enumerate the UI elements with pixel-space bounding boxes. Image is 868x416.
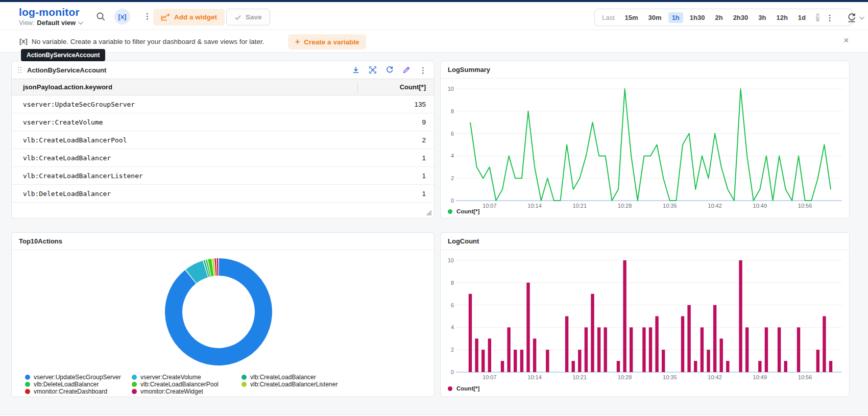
refresh-icon — [847, 13, 856, 22]
legend-item[interactable]: vmonitor:CreateDashboard — [25, 388, 107, 395]
svg-text:10:14: 10:14 — [527, 203, 542, 209]
table-row: vlb:DeleteLoadBalancer1 — [12, 185, 434, 203]
header-kebab-icon[interactable]: ⋮ — [143, 12, 151, 20]
chart-plus-icon — [161, 13, 170, 21]
series-legend[interactable]: Count[*] — [448, 385, 479, 391]
help-icon[interactable]: ? — [816, 13, 819, 22]
legend-dot-icon — [132, 375, 137, 380]
svg-text:2: 2 — [451, 175, 454, 181]
create-variable-label: Create a variable — [304, 38, 359, 46]
table-body: vserver:UpdateSecGroupServer135vserver:C… — [12, 95, 434, 203]
svg-text:8: 8 — [451, 108, 454, 114]
donut-slice[interactable] — [216, 258, 218, 276]
time-range-option-3h[interactable]: 3h — [755, 12, 769, 23]
svg-text:10:21: 10:21 — [573, 374, 587, 380]
svg-text:10:35: 10:35 — [663, 374, 677, 380]
widget-header: ActionByServiceAccount ⋮ — [12, 61, 434, 79]
widget-kebab-icon[interactable]: ⋮ — [419, 66, 427, 74]
legend-label: vlb:CreateLoadBalancerPool — [140, 381, 219, 388]
svg-text:10:28: 10:28 — [618, 374, 632, 380]
legend-dot-icon — [242, 375, 247, 380]
svg-text:10:49: 10:49 — [753, 203, 767, 209]
save-button[interactable]: Save — [226, 9, 270, 26]
add-widget-label: Add a widget — [174, 13, 217, 21]
edit-pencil-icon[interactable] — [402, 66, 411, 74]
legend-label: vlb:CreateLoadBalancer — [250, 374, 316, 381]
legend-dot-icon — [25, 382, 30, 387]
cell-count: 2 — [358, 136, 434, 144]
cell-count: 9 — [358, 118, 434, 126]
search-icon[interactable] — [96, 12, 106, 23]
view-label: View: — [19, 19, 34, 27]
create-variable-button[interactable]: + Create a variable — [288, 34, 366, 50]
widget-toolbar: ⋮ — [352, 66, 427, 74]
resize-corner-handle[interactable] — [426, 210, 431, 215]
time-range-option-30m[interactable]: 30m — [645, 12, 665, 23]
legend-item[interactable]: vlb:CreateLoadBalancer — [242, 374, 316, 381]
title-block: log-monitor View: Default view — [19, 6, 82, 27]
legend-item[interactable]: vmonitor:CreateWidget — [132, 388, 203, 395]
legend-item[interactable]: vserver:UpdateSecGroupServer — [25, 374, 121, 381]
save-label: Save — [246, 13, 262, 21]
svg-text:10:07: 10:07 — [483, 203, 497, 209]
legend-dot-icon — [25, 375, 30, 380]
close-icon[interactable]: × — [843, 35, 849, 46]
time-range-option-12h[interactable]: 12h — [773, 12, 791, 23]
time-range-option-1h30[interactable]: 1h30 — [686, 12, 709, 23]
cell-count: 1 — [358, 172, 434, 180]
svg-text:10:35: 10:35 — [663, 203, 677, 209]
legend-dot-icon — [132, 389, 137, 394]
widget-tooltip: ActionByServiceAccount — [21, 49, 105, 61]
time-range-option-1h[interactable]: 1h — [668, 12, 683, 23]
time-range-option-1d[interactable]: 1d — [794, 12, 809, 23]
drag-handle[interactable] — [18, 67, 22, 73]
legend-item[interactable]: vlb:CreateLoadBalancerPool — [132, 381, 219, 388]
cell-count: 135 — [358, 101, 434, 108]
svg-text:10: 10 — [448, 257, 454, 263]
time-range-option-2h30[interactable]: 2h30 — [730, 12, 752, 23]
page-title: log-monitor — [19, 6, 82, 18]
cell-action: vserver:CreateVolume — [12, 118, 358, 126]
donut-chart-canvas[interactable] — [12, 250, 434, 375]
legend-item[interactable]: vlb:CreateLoadBalancerListener — [242, 381, 337, 388]
widget-title: Top10Actions — [19, 237, 62, 245]
legend-label: vmonitor:CreateWidget — [140, 388, 203, 395]
variable-badge-icon[interactable]: [x] — [114, 9, 130, 25]
legend-item[interactable]: vserver:CreateVolume — [132, 374, 201, 381]
add-widget-button[interactable]: Add a widget — [153, 9, 225, 26]
svg-text:0: 0 — [451, 198, 454, 204]
download-icon[interactable] — [352, 66, 360, 74]
table-row: vserver:UpdateSecGroupServer135 — [12, 95, 434, 113]
widget-title: LogSummary — [448, 66, 490, 74]
donut-slice[interactable] — [165, 258, 272, 365]
svg-text:10:42: 10:42 — [708, 203, 722, 209]
chevron-down-icon — [78, 19, 83, 25]
auto-refresh-control[interactable] — [847, 13, 863, 22]
view-selector[interactable]: View: Default view — [19, 19, 82, 27]
series-legend[interactable]: Count[*] — [448, 208, 479, 214]
cell-action: vlb:CreateLoadBalancerListener — [12, 172, 358, 180]
refresh-icon[interactable] — [385, 66, 394, 74]
time-range-option-2h[interactable]: 2h — [711, 12, 726, 23]
bar-chart-canvas[interactable]: 024681010:0710:1410:2110:2810:3510:4210:… — [441, 250, 849, 395]
widget-log-summary: LogSummary 024681010:0710:1410:2110:2810… — [440, 61, 850, 218]
time-range-kebab-icon[interactable]: ⋮ — [826, 14, 834, 21]
line-chart-canvas[interactable]: 024681010:0710:1410:2110:2810:3510:4210:… — [441, 79, 849, 215]
table-row: vserver:CreateVolume9 — [12, 113, 434, 131]
legend-label: Count[*] — [456, 385, 479, 391]
column-header-count: Count[*] — [358, 83, 434, 91]
svg-text:0: 0 — [451, 369, 454, 375]
cell-action: vserver:UpdateSecGroupServer — [12, 101, 358, 108]
legend-item[interactable]: vlb:DeleteLoadBalancer — [25, 381, 99, 388]
expand-icon[interactable] — [369, 66, 377, 74]
time-range-option-15m[interactable]: 15m — [621, 12, 642, 23]
widget-action-by-service-account: ActionByServiceAccount ⋮ jsonPayload.act… — [11, 61, 435, 218]
svg-text:2: 2 — [451, 347, 454, 353]
cell-action: vlb:CreateLoadBalancer — [12, 154, 358, 162]
legend-dot-icon — [448, 209, 452, 214]
svg-text:10:14: 10:14 — [527, 374, 542, 380]
legend-dot-icon — [242, 382, 247, 387]
widget-header: LogCount — [441, 233, 849, 250]
table-row: vlb:CreateLoadBalancerPool2 — [12, 131, 434, 149]
svg-text:10:42: 10:42 — [708, 374, 722, 380]
